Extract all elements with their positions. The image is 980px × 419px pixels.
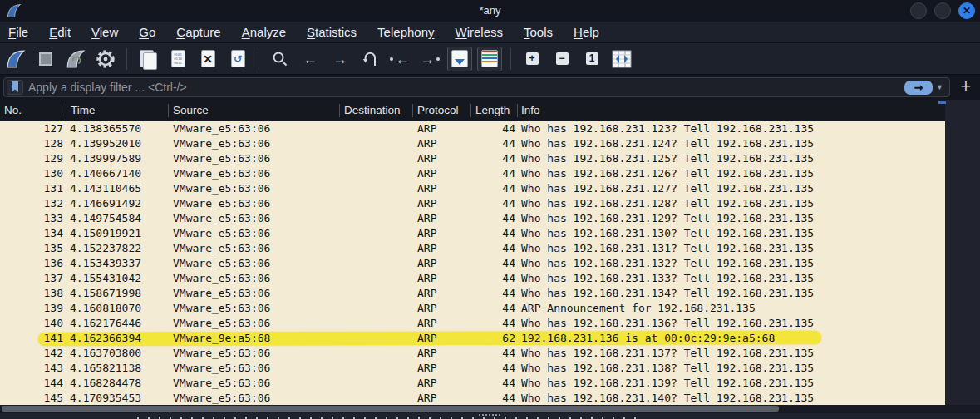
stop-capture-button[interactable]: [33, 47, 58, 71]
cell-no: 137: [0, 271, 63, 286]
packet-row-135[interactable]: 1354.152237822VMware_e5:63:06ARP44Who ha…: [0, 241, 945, 256]
splitter-handle-icon[interactable]: [479, 414, 500, 416]
column-divider[interactable]: [412, 104, 413, 117]
add-filter-button[interactable]: +: [955, 76, 977, 98]
reload-file-button[interactable]: ↺: [225, 47, 250, 71]
cell-info: Who has 192.168.231.129? Tell 192.168.23…: [521, 211, 814, 226]
apply-filter-button[interactable]: ➞: [904, 81, 933, 95]
column-divider[interactable]: [168, 104, 169, 117]
go-forward-button[interactable]: →: [327, 47, 352, 71]
menu-go[interactable]: Go: [139, 25, 155, 39]
cell-no: 130: [0, 166, 63, 181]
pane-splitter[interactable]: [0, 413, 980, 419]
cell-no: 145: [0, 391, 63, 405]
save-file-button[interactable]: 0101 0110 0011: [165, 47, 190, 71]
packet-row-133[interactable]: 1334.149754584VMware_e5:63:06ARP44Who ha…: [0, 211, 945, 226]
open-file-button[interactable]: [135, 47, 160, 71]
horizontal-scrollbar[interactable]: [0, 405, 980, 413]
cell-info: Who has 192.168.231.131? Tell 192.168.23…: [521, 241, 814, 256]
packet-row-145[interactable]: 1454.170935453VMware_e5:63:06ARP44Who ha…: [0, 391, 945, 405]
column-divider[interactable]: [339, 104, 340, 117]
menu-file[interactable]: File: [8, 25, 28, 39]
column-header-length[interactable]: Length: [475, 100, 510, 121]
maximize-button[interactable]: [934, 2, 951, 19]
display-filter-field[interactable]: ➞ ▼: [3, 77, 950, 97]
packet-row-131[interactable]: 1314.143110465VMware_e5:63:06ARP44Who ha…: [0, 181, 945, 196]
go-back-button[interactable]: ←: [298, 47, 323, 71]
packet-row-127[interactable]: 1274.138365570VMware_e5:63:06ARP44Who ha…: [0, 121, 945, 136]
menu-analyze[interactable]: Analyze: [242, 25, 286, 39]
close-file-button[interactable]: ✕: [195, 47, 220, 71]
column-header-info[interactable]: Info: [521, 100, 540, 121]
menu-telephony[interactable]: Telephony: [377, 25, 434, 39]
cell-info: Who has 192.168.231.132? Tell 192.168.23…: [521, 256, 814, 271]
packet-row-132[interactable]: 1324.146691492VMware_e5:63:06ARP44Who ha…: [0, 196, 945, 211]
cell-time: 4.139997589: [70, 151, 141, 166]
cell-length: 44: [462, 256, 515, 271]
packet-row-129[interactable]: 1294.139997589VMware_e5:63:06ARP44Who ha…: [0, 151, 945, 166]
filter-dropdown-caret-icon[interactable]: ▼: [936, 83, 943, 91]
cell-protocol: ARP: [417, 376, 436, 391]
cell-source: VMware_e5:63:06: [173, 196, 270, 211]
save-file-icon: 0101 0110 0011: [171, 50, 185, 67]
column-header-time[interactable]: Time: [71, 100, 96, 121]
packet-row-130[interactable]: 1304.140667140VMware_e5:63:06ARP44Who ha…: [0, 166, 945, 181]
go-last-packet-button[interactable]: →: [417, 47, 442, 71]
resize-columns-button[interactable]: [609, 47, 634, 71]
display-filter-input[interactable]: [28, 81, 904, 94]
column-divider[interactable]: [66, 104, 66, 117]
filter-bar: ➞ ▼ +: [0, 75, 980, 100]
cell-no: 144: [0, 376, 63, 391]
packet-row-138[interactable]: 1384.158671998VMware_e5:63:06ARP44Who ha…: [0, 286, 945, 301]
vertical-scrollbar-thumb[interactable]: [938, 101, 946, 104]
cell-time: 4.162176446: [70, 316, 141, 331]
horizontal-scrollbar-thumb[interactable]: [2, 406, 779, 412]
column-header-destination[interactable]: Destination: [344, 100, 401, 121]
menu-wireless[interactable]: Wireless: [456, 25, 504, 39]
zoom-out-button[interactable]: −: [549, 47, 574, 71]
packet-row-137[interactable]: 1374.155431042VMware_e5:63:06ARP44Who ha…: [0, 271, 945, 286]
start-capture-button[interactable]: [3, 47, 28, 71]
column-divider[interactable]: [517, 104, 518, 117]
main-toolbar: 0101 0110 0011 ✕ ↺ ← → ← →: [0, 43, 980, 75]
menu-statistics[interactable]: Statistics: [307, 25, 357, 39]
packet-row-128[interactable]: 1284.139952010VMware_e5:63:06ARP44Who ha…: [0, 136, 945, 151]
menu-capture[interactable]: Capture: [176, 25, 220, 39]
column-header-source[interactable]: Source: [173, 100, 209, 121]
packet-row-140[interactable]: 1404.162176446VMware_e5:63:06ARP44Who ha…: [0, 316, 945, 331]
colorize-button[interactable]: [477, 47, 502, 71]
menu-view[interactable]: View: [91, 25, 118, 39]
cell-no: 127: [0, 121, 63, 136]
packet-row-143[interactable]: 1434.165821138VMware_e5:63:06ARP44Who ha…: [0, 361, 945, 376]
cell-source: VMware_e5:63:06: [173, 211, 270, 226]
column-divider[interactable]: [470, 104, 471, 117]
packet-row-141[interactable]: 1414.162366394VMware_9e:a5:68ARP62192.16…: [0, 331, 945, 346]
vertical-scrollbar[interactable]: [945, 100, 980, 405]
first-packet-icon: ←: [390, 52, 410, 67]
cell-protocol: ARP: [417, 136, 436, 151]
menu-tools[interactable]: Tools: [524, 25, 553, 39]
minimize-button[interactable]: [910, 2, 927, 19]
column-header-protocol[interactable]: Protocol: [417, 100, 459, 121]
find-packet-button[interactable]: [268, 47, 293, 71]
open-file-icon: [140, 50, 156, 68]
packet-row-142[interactable]: 1424.163703800VMware_e5:63:06ARP44Who ha…: [0, 346, 945, 361]
go-first-packet-button[interactable]: ←: [387, 47, 412, 71]
auto-scroll-button[interactable]: [447, 47, 472, 71]
cell-length: 44: [462, 136, 515, 151]
column-header-no[interactable]: No.: [4, 100, 22, 121]
packet-row-144[interactable]: 1444.168284478VMware_e5:63:06ARP44Who ha…: [0, 376, 945, 391]
packet-row-134[interactable]: 1344.150919921VMware_e5:63:06ARP44Who ha…: [0, 226, 945, 241]
packet-row-136[interactable]: 1364.153439337VMware_e5:63:06ARP44Who ha…: [0, 256, 945, 271]
close-button[interactable]: ✕: [958, 2, 975, 19]
zoom-out-icon: −: [556, 52, 569, 65]
zoom-in-button[interactable]: +: [520, 47, 544, 71]
zoom-original-button[interactable]: 1: [579, 47, 604, 71]
menu-edit[interactable]: Edit: [49, 25, 71, 39]
capture-options-button[interactable]: [93, 47, 118, 71]
packet-row-139[interactable]: 1394.160818070VMware_e5:63:06ARP44ARP An…: [0, 301, 945, 316]
go-to-packet-button[interactable]: [357, 47, 382, 71]
restart-capture-button[interactable]: [63, 47, 88, 71]
filter-bookmark-button[interactable]: [7, 80, 23, 95]
menu-help[interactable]: Help: [574, 25, 599, 39]
